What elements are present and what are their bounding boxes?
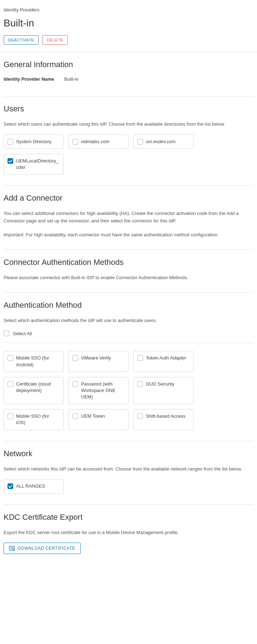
download-certificate-button[interactable]: DOWNLOAD CERTIFICATE: [4, 543, 81, 554]
auth-method-card[interactable]: Password (with Workspace ONE UEM): [69, 377, 128, 404]
general-information-heading: General Information: [4, 60, 253, 69]
divider: [4, 504, 253, 505]
delete-button[interactable]: DELETE: [42, 35, 68, 45]
divider: [4, 343, 253, 343]
auth-method-heading: Authentication Method: [4, 301, 253, 310]
users-desc: Select which users can authenticate usin…: [4, 121, 253, 128]
certificate-icon: [9, 546, 15, 551]
page-title: Built-in: [4, 17, 253, 29]
svg-rect-0: [9, 546, 14, 550]
auth-method-label: Certificate (cloud deployment): [16, 381, 60, 394]
users-grid: System Directory vidmlabs.com sm.esdev.c…: [4, 135, 253, 175]
connector-auth-heading: Connector Authentication Methods: [4, 258, 253, 267]
network-desc: Select which networks this IdP can be ac…: [4, 466, 253, 473]
auth-method-card[interactable]: UEM Token: [69, 409, 128, 430]
auth-method-card[interactable]: Certificate (cloud deployment): [4, 377, 64, 404]
auth-method-label: VMware Verify: [81, 355, 111, 361]
checkbox-icon[interactable]: [72, 139, 78, 145]
auth-method-card[interactable]: Mobile SSO (for Android): [4, 351, 64, 372]
auth-method-card[interactable]: Token Auth Adapter: [133, 351, 193, 372]
directory-label: sm.esdev.com: [146, 139, 176, 145]
connector-heading: Add a Connector: [4, 193, 253, 203]
checkbox-icon[interactable]: [72, 381, 78, 387]
auth-method-label: UEM Token: [81, 413, 105, 419]
directory-label: System Directory: [16, 139, 51, 145]
checkbox-icon[interactable]: [7, 158, 13, 164]
checkbox-icon[interactable]: [7, 355, 13, 361]
checkbox-icon[interactable]: [72, 355, 78, 361]
directory-card[interactable]: System Directory: [4, 135, 64, 149]
select-all-row[interactable]: Select All: [4, 331, 253, 336]
directory-label: vidmlabs.com: [81, 139, 109, 145]
divider: [4, 292, 253, 293]
checkbox-icon[interactable]: [137, 139, 143, 145]
connector-auth-desc: Please associate connector with Built-in…: [4, 274, 253, 282]
auth-method-label: Password (with Workspace ONE UEM): [81, 381, 125, 401]
directory-card[interactable]: UEMLocalDirectory_cdivi: [4, 154, 64, 175]
connector-desc2: Important: For high availability, each c…: [4, 231, 253, 239]
directory-label: UEMLocalDirectory_cdivi: [16, 158, 60, 171]
checkbox-icon[interactable]: [7, 483, 13, 489]
kdc-heading: KDC Certificate Export: [4, 513, 253, 522]
idp-name-label: Identity Provider Name: [4, 76, 64, 82]
deactivate-button[interactable]: DEACTIVATE: [4, 35, 39, 45]
auth-method-card[interactable]: Mobile SSO (for iOS): [4, 409, 64, 430]
select-all-label: Select All: [13, 331, 32, 336]
users-heading: Users: [4, 104, 253, 114]
idp-name-value: Built-in: [64, 76, 79, 82]
divider: [4, 441, 253, 441]
kdc-desc: Export the KDC server root certificate f…: [4, 529, 253, 537]
checkbox-icon[interactable]: [7, 381, 13, 387]
svg-point-3: [13, 549, 14, 550]
divider: [0, 52, 257, 52]
auth-method-card[interactable]: Shift-based Access: [133, 409, 193, 430]
checkbox-icon[interactable]: [7, 139, 13, 145]
divider: [4, 185, 253, 186]
checkbox-icon[interactable]: [137, 381, 143, 387]
auth-method-label: Shift-based Access: [146, 413, 186, 419]
auth-method-grid: Mobile SSO (for Android) VMware Verify T…: [4, 351, 253, 430]
network-label: ALL RANGES: [16, 483, 45, 489]
breadcrumb[interactable]: Identity Providers: [4, 7, 253, 12]
auth-method-card[interactable]: VMware Verify: [69, 351, 128, 372]
divider: [4, 96, 253, 96]
auth-method-label: Token Auth Adapter: [146, 355, 186, 361]
checkbox-icon[interactable]: [72, 413, 78, 419]
directory-card[interactable]: sm.esdev.com: [133, 135, 193, 149]
checkbox-icon[interactable]: [137, 413, 143, 419]
checkbox-icon[interactable]: [137, 355, 143, 361]
checkbox-icon[interactable]: [4, 331, 9, 336]
checkbox-icon[interactable]: [7, 413, 13, 419]
network-heading: Network: [4, 449, 253, 458]
auth-method-label: Mobile SSO (for iOS): [16, 413, 60, 426]
auth-method-desc: Select which authentication methods the …: [4, 317, 253, 324]
network-grid: ALL RANGES: [4, 479, 253, 493]
network-card[interactable]: ALL RANGES: [4, 479, 64, 493]
divider: [4, 250, 253, 250]
auth-method-card[interactable]: DUO Security: [133, 377, 193, 404]
connector-desc1: You can select additional connectors for…: [4, 210, 253, 225]
auth-method-label: Mobile SSO (for Android): [16, 355, 60, 368]
directory-card[interactable]: vidmlabs.com: [69, 135, 128, 149]
download-certificate-label: DOWNLOAD CERTIFICATE: [17, 546, 75, 551]
auth-method-label: DUO Security: [146, 381, 174, 387]
